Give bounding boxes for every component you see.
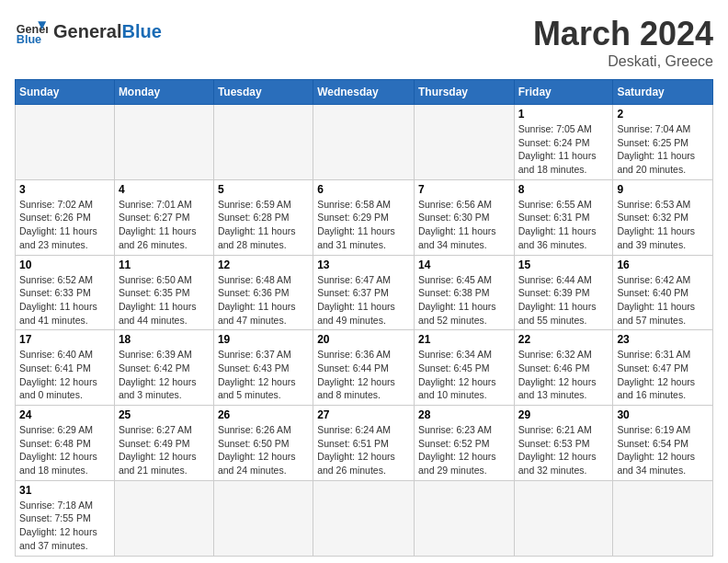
- calendar: Sunday Monday Tuesday Wednesday Thursday…: [15, 79, 713, 557]
- svg-text:Blue: Blue: [17, 33, 41, 46]
- table-row: 2Sunrise: 7:04 AM Sunset: 6:25 PM Daylig…: [613, 105, 713, 180]
- table-row: 20Sunrise: 6:36 AM Sunset: 6:44 PM Dayli…: [313, 330, 415, 406]
- month-title: March 2024: [533, 15, 713, 53]
- table-row: 11Sunrise: 6:50 AM Sunset: 6:35 PM Dayli…: [114, 255, 213, 330]
- page-header: General Blue GeneralBlue March 2024 Desk…: [15, 15, 713, 70]
- table-row: 18Sunrise: 6:39 AM Sunset: 6:42 PM Dayli…: [114, 330, 213, 406]
- table-row: [514, 480, 613, 556]
- table-row: 10Sunrise: 6:52 AM Sunset: 6:33 PM Dayli…: [16, 255, 115, 330]
- title-section: March 2024 Deskati, Greece: [533, 15, 713, 70]
- table-row: [313, 480, 415, 556]
- table-row: 6Sunrise: 6:58 AM Sunset: 6:29 PM Daylig…: [313, 179, 415, 255]
- table-row: [16, 105, 115, 180]
- logo-text: GeneralBlue: [53, 21, 162, 42]
- table-row: 28Sunrise: 6:23 AM Sunset: 6:52 PM Dayli…: [414, 406, 514, 481]
- calendar-header-row: Sunday Monday Tuesday Wednesday Thursday…: [16, 80, 713, 105]
- table-row: 31Sunrise: 7:18 AM Sunset: 7:55 PM Dayli…: [16, 480, 115, 556]
- table-row: 21Sunrise: 6:34 AM Sunset: 6:45 PM Dayli…: [414, 330, 514, 406]
- table-row: 24Sunrise: 6:29 AM Sunset: 6:48 PM Dayli…: [16, 406, 115, 481]
- table-row: 30Sunrise: 6:19 AM Sunset: 6:54 PM Dayli…: [613, 406, 713, 481]
- header-thursday: Thursday: [414, 80, 514, 105]
- table-row: 22Sunrise: 6:32 AM Sunset: 6:46 PM Dayli…: [514, 330, 613, 406]
- table-row: 17Sunrise: 6:40 AM Sunset: 6:41 PM Dayli…: [16, 330, 115, 406]
- table-row: 13Sunrise: 6:47 AM Sunset: 6:37 PM Dayli…: [313, 255, 415, 330]
- table-row: 27Sunrise: 6:24 AM Sunset: 6:51 PM Dayli…: [313, 406, 415, 481]
- header-sunday: Sunday: [16, 80, 115, 105]
- header-wednesday: Wednesday: [313, 80, 415, 105]
- table-row: 8Sunrise: 6:55 AM Sunset: 6:31 PM Daylig…: [514, 179, 613, 255]
- table-row: 1Sunrise: 7:05 AM Sunset: 6:24 PM Daylig…: [514, 105, 613, 180]
- header-monday: Monday: [114, 80, 213, 105]
- table-row: 25Sunrise: 6:27 AM Sunset: 6:49 PM Dayli…: [114, 406, 213, 481]
- table-row: [213, 105, 313, 180]
- table-row: [414, 105, 514, 180]
- table-row: [114, 480, 213, 556]
- logo: General Blue GeneralBlue: [15, 15, 162, 48]
- header-friday: Friday: [514, 80, 613, 105]
- table-row: [213, 480, 313, 556]
- table-row: 7Sunrise: 6:56 AM Sunset: 6:30 PM Daylig…: [414, 179, 514, 255]
- table-row: [613, 480, 713, 556]
- table-row: [114, 105, 213, 180]
- table-row: [313, 105, 415, 180]
- table-row: 14Sunrise: 6:45 AM Sunset: 6:38 PM Dayli…: [414, 255, 514, 330]
- table-row: 9Sunrise: 6:53 AM Sunset: 6:32 PM Daylig…: [613, 179, 713, 255]
- table-row: 5Sunrise: 6:59 AM Sunset: 6:28 PM Daylig…: [213, 179, 313, 255]
- table-row: 16Sunrise: 6:42 AM Sunset: 6:40 PM Dayli…: [613, 255, 713, 330]
- table-row: 29Sunrise: 6:21 AM Sunset: 6:53 PM Dayli…: [514, 406, 613, 481]
- header-tuesday: Tuesday: [213, 80, 313, 105]
- table-row: [414, 480, 514, 556]
- subtitle: Deskati, Greece: [533, 53, 713, 70]
- table-row: 23Sunrise: 6:31 AM Sunset: 6:47 PM Dayli…: [613, 330, 713, 406]
- table-row: 4Sunrise: 7:01 AM Sunset: 6:27 PM Daylig…: [114, 179, 213, 255]
- logo-icon: General Blue: [15, 15, 48, 48]
- table-row: 15Sunrise: 6:44 AM Sunset: 6:39 PM Dayli…: [514, 255, 613, 330]
- table-row: 3Sunrise: 7:02 AM Sunset: 6:26 PM Daylig…: [16, 179, 115, 255]
- table-row: 26Sunrise: 6:26 AM Sunset: 6:50 PM Dayli…: [213, 406, 313, 481]
- header-saturday: Saturday: [613, 80, 713, 105]
- table-row: 19Sunrise: 6:37 AM Sunset: 6:43 PM Dayli…: [213, 330, 313, 406]
- table-row: 12Sunrise: 6:48 AM Sunset: 6:36 PM Dayli…: [213, 255, 313, 330]
